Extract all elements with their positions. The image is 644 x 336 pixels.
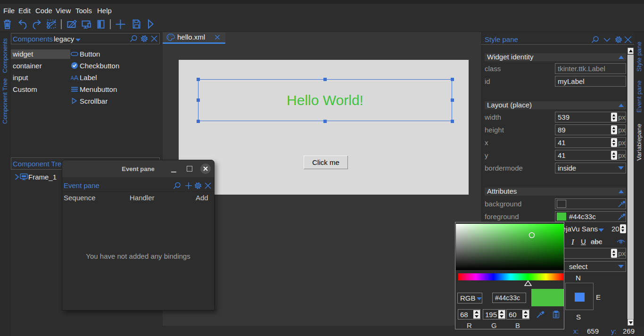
svg-text:A: A [74, 74, 79, 82]
